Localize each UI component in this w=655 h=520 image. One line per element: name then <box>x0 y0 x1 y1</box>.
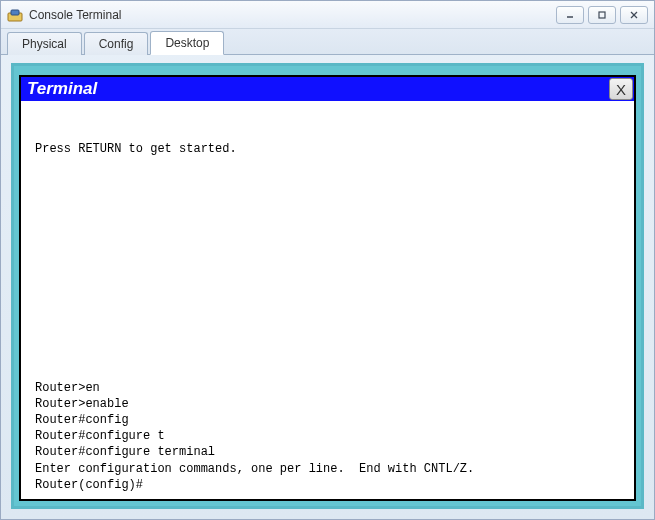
app-icon <box>7 7 23 23</box>
terminal-line: Enter configuration commands, one per li… <box>35 461 626 477</box>
titlebar: Console Terminal <box>1 1 654 29</box>
terminal-line: Router#configure terminal <box>35 444 626 460</box>
tab-desktop[interactable]: Desktop <box>150 31 224 55</box>
terminal-prompt: Router(config)# <box>35 477 626 493</box>
svg-rect-1 <box>11 10 19 15</box>
terminal-spacer <box>35 157 626 380</box>
close-button[interactable] <box>620 6 648 24</box>
window-title: Console Terminal <box>29 8 556 22</box>
tab-config[interactable]: Config <box>84 32 149 55</box>
terminal-line: Router>enable <box>35 396 626 412</box>
terminal-line: Router#configure t <box>35 428 626 444</box>
terminal-titlebar: Terminal X <box>21 77 634 101</box>
window-controls <box>556 6 648 24</box>
app-window: Console Terminal Physical Config Desktop… <box>0 0 655 520</box>
tab-physical[interactable]: Physical <box>7 32 82 55</box>
minimize-button[interactable] <box>556 6 584 24</box>
tab-bar: Physical Config Desktop <box>1 29 654 55</box>
terminal-line: Router#config <box>35 412 626 428</box>
terminal-title: Terminal <box>27 79 609 99</box>
svg-rect-3 <box>599 12 605 18</box>
terminal-line: Router>en <box>35 380 626 396</box>
terminal-body[interactable]: Press RETURN to get started. Router>en R… <box>21 101 634 499</box>
terminal-line: Press RETURN to get started. <box>35 141 626 157</box>
desktop-inner: Terminal X Press RETURN to get started. … <box>19 71 636 501</box>
desktop-area: Terminal X Press RETURN to get started. … <box>11 63 644 509</box>
maximize-button[interactable] <box>588 6 616 24</box>
terminal-close-button[interactable]: X <box>609 78 633 100</box>
terminal-window: Terminal X Press RETURN to get started. … <box>19 75 636 501</box>
